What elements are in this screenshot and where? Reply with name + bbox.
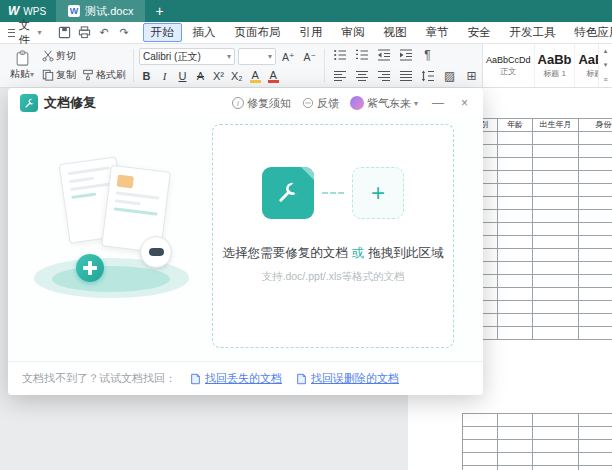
repair-illustration (28, 158, 203, 318)
doc-recover-icon (190, 373, 201, 385)
paste-button[interactable]: 粘贴▾ (4, 46, 40, 85)
account-menu[interactable]: 紫气东来 ▾ (350, 96, 418, 111)
table-row (463, 184, 612, 197)
table-row (463, 466, 612, 470)
table-header: 出生年月 (533, 119, 579, 132)
dialog-close-button[interactable]: × (458, 96, 471, 110)
font-name-select[interactable]: Calibri (正文)▾ (139, 48, 235, 65)
align-center-icon[interactable] (354, 69, 369, 83)
style-heading-1[interactable]: AaBb 标题 1 (535, 44, 576, 87)
feedback-link[interactable]: 反馈 (302, 96, 339, 111)
recover-deleted-link[interactable]: 找回误删除的文档 (296, 371, 399, 386)
style-normal[interactable]: AaBbCcDd 正文 (483, 44, 535, 87)
tab-special-features[interactable]: 特色应用 (567, 23, 612, 42)
font-color-button[interactable]: A (268, 69, 279, 83)
superscript-button[interactable]: X² (213, 70, 224, 82)
save-icon[interactable] (58, 26, 71, 39)
justify-icon[interactable] (398, 69, 413, 83)
app-name: WPS (23, 6, 46, 17)
italic-button[interactable]: I (159, 70, 170, 82)
table-row (463, 414, 612, 427)
subscript-button[interactable]: X₂ (231, 70, 243, 82)
table-header: 身份证号 (579, 119, 612, 132)
copy-icon (42, 69, 54, 81)
gallery-scroll-down[interactable]: ▾ (599, 58, 612, 72)
tab-review[interactable]: 审阅 (334, 23, 373, 42)
format-painter-button[interactable]: 格式刷 (82, 68, 126, 82)
connector-line (322, 192, 344, 194)
strikethrough-button[interactable]: A (195, 70, 206, 82)
new-tab-button[interactable]: + (145, 0, 173, 22)
numbered-list-icon[interactable] (354, 48, 369, 62)
bold-button[interactable]: B (141, 70, 152, 82)
table-row (463, 427, 612, 440)
tab-insert[interactable]: 插入 (185, 23, 224, 42)
style-heading-2[interactable]: AaBb( 标题 2 (575, 44, 598, 87)
shrink-font-button[interactable]: A⁻ (301, 51, 320, 63)
repair-notice-link[interactable]: i 修复须知 (232, 96, 291, 111)
gallery-more-button[interactable]: ≡ (599, 73, 612, 87)
clipboard-icon (15, 50, 30, 66)
clipboard-group: 剪切 复制 格式刷 (40, 46, 128, 85)
copy-button[interactable]: 复制 (42, 68, 76, 82)
toolbar-divider (324, 49, 325, 82)
align-right-icon[interactable] (376, 69, 391, 83)
tab-security[interactable]: 安全 (460, 23, 499, 42)
format-painter-icon (82, 69, 94, 81)
redo-icon[interactable]: ↷ (118, 26, 131, 39)
undo-icon[interactable]: ↶ (98, 26, 111, 39)
tab-page-layout[interactable]: 页面布局 (227, 23, 289, 42)
dialog-minimize-button[interactable]: — (429, 96, 447, 110)
tab-view[interactable]: 视图 (376, 23, 415, 42)
cut-button[interactable]: 剪切 (42, 49, 76, 63)
shading-icon[interactable]: ▨ (442, 69, 457, 83)
table-row (463, 275, 612, 288)
table-row (463, 197, 612, 210)
titlebar: W WPS W 测试.docx + (0, 0, 612, 22)
table-row (463, 158, 612, 171)
font-size-select[interactable]: ▾ (238, 48, 276, 65)
table-row (463, 223, 612, 236)
paragraph-mark-icon[interactable]: ¶ (420, 48, 435, 62)
increase-indent-icon[interactable] (398, 48, 413, 62)
menubar: 文件 ▾ ↶ ↷ 开始 插入 页面布局 引用 审阅 视图 章节 安全 开发工具 … (0, 22, 612, 44)
underline-button[interactable]: U (177, 70, 188, 82)
tab-dev-tools[interactable]: 开发工具 (502, 23, 564, 42)
print-icon[interactable] (78, 26, 91, 39)
grow-font-button[interactable]: A⁺ (279, 51, 298, 63)
table-row (463, 132, 612, 145)
style-gallery: AaBbCcDd 正文 AaBb 标题 1 AaBb( 标题 2 AaBbC 标… (482, 44, 612, 88)
dialog-title: 文档修复 (44, 94, 96, 112)
repair-document-icon (262, 167, 314, 219)
table-row (463, 327, 612, 340)
decrease-indent-icon[interactable] (376, 48, 391, 62)
workspace: 性别 年龄 出生年月 身份证号 (0, 88, 612, 470)
highlight-color-button[interactable]: A (250, 69, 261, 83)
document-tab[interactable]: W 测试.docx (56, 0, 145, 22)
add-file-target[interactable]: + (352, 167, 404, 219)
chevron-down-icon: ▾ (30, 70, 34, 79)
info-icon: i (232, 97, 244, 109)
borders-icon[interactable]: ⊞ (464, 69, 479, 83)
bullet-list-icon[interactable] (332, 48, 347, 62)
chevron-down-icon: ▾ (38, 28, 42, 37)
align-left-icon[interactable] (332, 69, 347, 83)
document-repair-dialog: 文档修复 i 修复须知 反馈 紫气东来 ▾ — (8, 88, 483, 395)
line-spacing-icon[interactable] (420, 69, 435, 83)
recover-lost-link[interactable]: 找回丢失的文档 (190, 371, 282, 386)
table-row (463, 453, 612, 466)
file-menu[interactable]: 文件 ▾ (0, 22, 50, 43)
tab-references[interactable]: 引用 (292, 23, 331, 42)
file-dropzone[interactable]: + 选择您需要修复的文档或拖拽到此区域 支持.doc/.ppt/.xls等格式的… (212, 124, 454, 348)
document-table-continued (462, 413, 612, 470)
table-row (463, 236, 612, 249)
username: 紫气东来 (367, 96, 411, 111)
tab-section[interactable]: 章节 (418, 23, 457, 42)
table-row (463, 210, 612, 223)
ribbon-tabs: 开始 插入 页面布局 引用 审阅 视图 章节 安全 开发工具 特色应用 表格工具… (143, 23, 612, 42)
tab-home[interactable]: 开始 (143, 23, 182, 42)
table-row (463, 262, 612, 275)
repair-cross-icon (76, 254, 104, 282)
gallery-scroll-up[interactable]: ▴ (599, 44, 612, 58)
recover-prompt: 文档找不到了？试试文档找回： (22, 371, 176, 386)
